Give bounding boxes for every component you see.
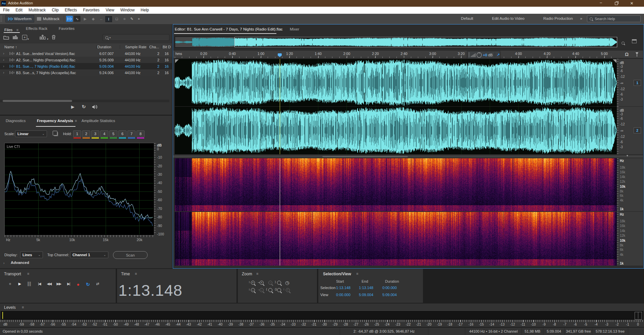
time-menu-icon[interactable]: ≡ [135, 272, 137, 276]
zoom-to-out-point-button[interactable]: ⟨ [266, 287, 275, 294]
time-selection-tool-icon[interactable]: I [105, 16, 112, 22]
restore-button[interactable] [608, 0, 624, 7]
fade-out-handle-icon[interactable] [613, 59, 616, 63]
menu-item-view[interactable]: View [103, 7, 117, 14]
help-search-box[interactable]: Search Help [587, 15, 641, 22]
zoom-out-full-button[interactable]: − [266, 280, 275, 287]
spot-healing-tool-icon[interactable]: + [136, 17, 142, 21]
file-row[interactable]: ›B3. Sue...s, 7 Nights (Accapella).flac5… [0, 69, 172, 76]
view-end-value[interactable]: 5:09.004 [359, 293, 373, 297]
selection-start-value[interactable]: 1:13.148 [336, 286, 351, 290]
column-sample-rate[interactable]: Sample Rate [120, 45, 148, 49]
overview-view-frame[interactable] [234, 37, 617, 47]
hold-button-1[interactable]: 1 [73, 130, 81, 138]
menu-item-clip[interactable]: Clip [49, 7, 62, 14]
zoom-menu-icon[interactable]: ≡ [256, 272, 258, 276]
advanced-toggle[interactable]: Advanced [11, 261, 29, 265]
hud-gain-knob[interactable] [477, 52, 482, 58]
ruler-pin-icon[interactable] [635, 52, 639, 57]
loop-playback-button[interactable]: ↻ [84, 282, 92, 287]
monitor-headphones-icon[interactable]: Ω [625, 52, 629, 57]
hold-button-6[interactable]: 6 [118, 130, 126, 138]
waveform-channel-2[interactable] [175, 107, 617, 154]
move-to-next-button[interactable]: ▶| [64, 282, 72, 287]
workspace-button-default[interactable]: Default [460, 16, 474, 20]
scale-dropdown[interactable]: Linear⌄ [15, 130, 47, 137]
paintbrush-selection-tool-icon[interactable]: ✎ [128, 17, 135, 21]
playhead-line-spectrogram[interactable] [280, 158, 280, 266]
file-row-expand-icon[interactable]: › [0, 58, 7, 62]
gain-hud[interactable]: +0 dB ↗ [467, 51, 500, 59]
insert-into-multitrack-icon[interactable] [40, 35, 46, 40]
slip-tool-icon[interactable]: ↔ [98, 17, 105, 21]
view-start-value[interactable]: 0:00.000 [336, 293, 351, 297]
file-row-expand-icon[interactable]: › [0, 52, 7, 55]
menu-item-help[interactable]: Help [138, 7, 152, 14]
hud-pin-icon[interactable]: ↗ [497, 53, 500, 57]
spectrogram-channel-1[interactable] [175, 158, 617, 211]
menu-item-window[interactable]: Window [117, 7, 138, 14]
zoom-to-in-point-button[interactable]: ⟩ [275, 280, 283, 287]
files-hscrollbar-thumb[interactable] [3, 100, 72, 102]
analysis-panel-menu-icon[interactable]: ≡ [75, 119, 77, 123]
hud-gain-value[interactable]: +0 [483, 53, 487, 57]
import-file-icon[interactable] [12, 35, 18, 40]
workspace-button-radio-production[interactable]: Radio Production [542, 16, 574, 20]
minimize-button[interactable]: − [593, 0, 608, 7]
splitter-handle[interactable] [322, 156, 408, 157]
lasso-selection-tool-icon[interactable]: ○ [121, 17, 128, 21]
tab-mixer[interactable]: Mixer [290, 27, 299, 31]
display-dropdown[interactable]: Lines⌄ [20, 252, 43, 258]
time-display[interactable]: 1:13.148 [118, 281, 182, 299]
tab-diagnostics[interactable]: Diagnostics [6, 119, 25, 123]
column-name[interactable]: Name ↑ [0, 45, 77, 49]
skip-selection-button[interactable]: ⇄ [94, 282, 102, 287]
level-meter[interactable] [1, 311, 643, 320]
new-content-caret[interactable]: ▾ [28, 38, 29, 41]
file-row-expand-icon[interactable]: › [0, 71, 7, 74]
tab-amplitude-statistics[interactable]: Amplitude Statistics [82, 119, 115, 123]
advanced-chevron-icon[interactable]: › [3, 261, 4, 265]
waveform-editor-button[interactable]: Waveform [5, 15, 34, 22]
play-button[interactable]: ▶ [16, 282, 24, 287]
zoom-in-time-button[interactable]: ↔+ [257, 280, 266, 287]
playhead-line-waveform[interactable] [280, 59, 280, 154]
hold-button-3[interactable]: 3 [91, 130, 99, 138]
tab-editor[interactable]: Editor: B1. Sue Ann Carwell - 7 Days, 7 … [175, 27, 283, 31]
scan-button[interactable]: Scan [113, 251, 148, 259]
levels-menu-icon[interactable]: ≡ [22, 305, 24, 309]
menu-item-effects[interactable]: Effects [62, 7, 80, 14]
tab-effects-rack[interactable]: Effects Rack [26, 26, 47, 31]
overview-panel-icon[interactable] [632, 39, 637, 43]
editor-panel-menu-icon[interactable]: ≡ [280, 27, 282, 31]
view-duration-value[interactable]: 5:09.004 [382, 293, 397, 297]
new-content-icon[interactable]: + [22, 35, 27, 40]
toolbar-grip[interactable] [0, 16, 2, 22]
insert-caret[interactable]: ▾ [47, 38, 48, 41]
zoom-at-playhead-button[interactable]: I+ [283, 287, 292, 294]
file-row[interactable]: ›A2. Sue... Nights (Percusapella).flac5:… [0, 57, 172, 63]
column-channels[interactable]: Cha... [148, 45, 161, 49]
delete-icon[interactable] [51, 35, 56, 40]
overview-zoom-out-icon[interactable] [622, 42, 625, 45]
menu-item-favorites[interactable]: Favorites [80, 7, 103, 14]
clip-indicator[interactable] [635, 312, 642, 320]
multitrack-editor-button[interactable]: Multitrack [34, 15, 62, 22]
hold-button-8[interactable]: 8 [137, 130, 145, 138]
hold-button-7[interactable]: 7 [127, 130, 136, 138]
move-to-previous-button[interactable]: |◀ [35, 282, 43, 287]
record-button[interactable]: ● [74, 282, 82, 287]
selection-duration-value[interactable]: 0:00.000 [382, 286, 397, 290]
fast-forward-button[interactable]: ▶▶ [55, 282, 63, 287]
files-panel-menu-icon[interactable]: ≡ [16, 28, 18, 32]
tab-frequency-analysis[interactable]: Frequency Analysis [37, 119, 73, 123]
column-bit-depth[interactable]: Bit D [161, 45, 172, 49]
file-row-expand-icon[interactable]: › [0, 64, 7, 68]
fade-in-handle-icon[interactable] [175, 59, 179, 63]
razor-tool-icon[interactable]: ◆ [90, 17, 97, 21]
status-resize-grip[interactable] [628, 328, 644, 335]
rewind-button[interactable]: ◀◀ [45, 282, 53, 287]
preview-loop-button[interactable]: ↻ [82, 104, 86, 109]
amplitude-ruler[interactable]: dB-3-6-12-∞-12-6-3 dB-3-6-12-∞-12-6-3 1 … [617, 59, 643, 154]
open-file-icon[interactable] [3, 35, 9, 40]
